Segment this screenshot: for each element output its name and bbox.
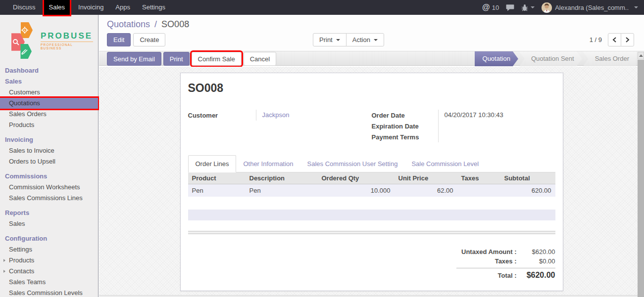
nav-item-apps[interactable]: Apps	[109, 0, 136, 15]
sidebar-item-sales-to-invoice[interactable]: Sales to Invoice	[0, 145, 98, 156]
order-fields: Customer Jackpson Order Date 04/20/2017 …	[188, 110, 555, 142]
tab-order-lines[interactable]: Order Lines	[188, 155, 237, 172]
expiration-date-label: Expiration Date	[372, 123, 438, 130]
totals-block: Untaxed Amount : $620.00 Taxes : $0.00 T…	[456, 247, 555, 281]
sidebar-section-sales[interactable]: Sales	[0, 76, 98, 87]
nav-item-discuss[interactable]: Discuss	[7, 0, 42, 15]
untaxed-amount-value: $620.00	[517, 248, 555, 255]
cell-ordered-qty: 10.000	[318, 184, 395, 197]
sidebar-section-invoicing[interactable]: Invoicing	[0, 134, 98, 145]
separator-bar	[188, 231, 555, 234]
breadcrumb: Quotations / SO008	[107, 19, 189, 30]
order-sheet: SO008 Customer Jackpson Order Date 04/20…	[180, 73, 563, 291]
table-row[interactable]: Pen Pen 10.000 62.00 620.00	[188, 184, 555, 197]
debug-bug-icon[interactable]	[521, 4, 535, 11]
sidebar-item-config-contacts[interactable]: Contacts	[0, 266, 98, 277]
col-unit-price: Unit Price	[395, 172, 457, 184]
sidebar-item-orders-to-upsell[interactable]: Orders to Upsell	[0, 156, 98, 167]
form-toolbar: Send by Email Print Confirm Sale Cancel …	[99, 51, 644, 66]
order-date-label: Order Date	[372, 112, 438, 119]
main-content: Quotations / SO008 Edit Create Print Act…	[99, 15, 644, 297]
print-button[interactable]: Print	[163, 52, 190, 66]
confirm-sale-button[interactable]: Confirm Sale	[192, 52, 242, 66]
tab-sale-commission-level[interactable]: Sale Commission Level	[404, 156, 486, 172]
pager-counter: 1 / 9	[590, 36, 602, 43]
tab-sales-commission-user-setting[interactable]: Sales Commission User Setting	[300, 156, 405, 172]
tab-other-information[interactable]: Other Information	[236, 156, 300, 172]
sidebar-item-quotations[interactable]: Quotations	[0, 98, 98, 109]
col-subtotal: Subtotal	[500, 172, 555, 184]
taxes-label: Taxes :	[495, 257, 517, 265]
sidebar-item-sales-commission-levels[interactable]: Sales Commission Levels	[0, 288, 98, 297]
sidebar: PROBUSE PROFESSIONAL BUSINESS Dashboard …	[0, 15, 99, 297]
untaxed-amount-label: Untaxed Amount :	[461, 248, 516, 255]
col-ordered-qty: Ordered Qty	[318, 172, 395, 184]
sidebar-menu: Dashboard Sales Customers Quotations Sal…	[0, 64, 98, 297]
action-dropdown-button[interactable]: Action	[346, 33, 384, 46]
cell-product: Pen	[188, 184, 246, 197]
sidebar-section-reports[interactable]: Reports	[0, 208, 98, 218]
sidebar-item-reports-sales[interactable]: Sales	[0, 218, 98, 229]
sidebar-item-commission-worksheets[interactable]: Commission Worksheets	[0, 182, 98, 193]
sidebar-item-customers[interactable]: Customers	[0, 87, 98, 98]
logo-title: PROBUSE	[41, 31, 93, 41]
status-sales-order[interactable]: Sales Order	[583, 51, 636, 66]
statusbar: Quotation Quotation Sent Sales Order	[474, 51, 636, 66]
form-view-area: SO008 Customer Jackpson Order Date 04/20…	[99, 67, 644, 297]
expiration-date-value	[438, 121, 555, 131]
chat-bubble-icon[interactable]	[506, 4, 514, 11]
cell-taxes	[457, 184, 500, 197]
action-dropdown-label: Action	[352, 36, 370, 43]
top-nav-menu: Discuss Sales Invoicing Apps Settings	[0, 0, 171, 15]
create-button[interactable]: Create	[133, 33, 165, 46]
nav-item-settings[interactable]: Settings	[136, 0, 171, 15]
user-name: Alexandra (Sales_comm..	[555, 4, 629, 11]
sidebar-item-config-products[interactable]: Products	[0, 255, 98, 266]
cancel-button[interactable]: Cancel	[244, 52, 276, 66]
scroll-up-button[interactable]	[638, 52, 644, 59]
control-panel: Quotations / SO008 Edit Create Print Act…	[99, 15, 644, 51]
edit-button[interactable]: Edit	[107, 33, 131, 46]
sidebar-item-config-settings[interactable]: Settings	[0, 244, 98, 255]
sidebar-section-dashboard[interactable]: Dashboard	[0, 65, 98, 76]
nav-item-invoicing[interactable]: Invoicing	[72, 0, 109, 15]
status-quotation-sent[interactable]: Quotation Sent	[519, 51, 582, 66]
vertical-scrollbar[interactable]	[638, 52, 644, 297]
pager-next-button[interactable]	[621, 33, 634, 46]
status-quotation[interactable]: Quotation	[475, 51, 518, 66]
sidebar-item-sales-orders[interactable]: Sales Orders	[0, 109, 98, 120]
breadcrumb-current: SO008	[161, 19, 189, 29]
send-by-email-button[interactable]: Send by Email	[107, 52, 161, 66]
customer-value-link[interactable]: Jackpson	[256, 110, 372, 121]
top-navbar: Discuss Sales Invoicing Apps Settings @ …	[0, 0, 644, 15]
sidebar-item-sales-commissions-lines[interactable]: Sales Commissions Lines	[0, 193, 98, 204]
print-dropdown-label: Print	[319, 36, 333, 43]
inbox-counter[interactable]: @ 10	[482, 3, 499, 12]
order-date-value: 04/20/2017 10:30:43	[438, 110, 555, 121]
pager-previous-button[interactable]	[608, 33, 621, 46]
order-title: SO008	[188, 82, 555, 95]
breadcrumb-quotations-link[interactable]: Quotations	[107, 19, 150, 29]
chevron-down-icon	[374, 39, 378, 41]
sidebar-section-commissions[interactable]: Commissions	[0, 171, 98, 182]
sidebar-section-configuration[interactable]: Configuration	[0, 233, 98, 244]
user-menu[interactable]: Alexandra (Sales_comm..	[542, 2, 638, 13]
sidebar-item-sales-teams[interactable]: Sales Teams	[0, 277, 98, 288]
control-panel-buttons: Edit Create	[107, 33, 165, 46]
form-action-buttons: Send by Email Print Confirm Sale Cancel	[107, 51, 276, 66]
total-value: $620.00	[517, 271, 555, 280]
notebook-tabs: Order Lines Other Information Sales Comm…	[188, 155, 555, 172]
total-label: Total :	[497, 272, 516, 279]
nav-item-sales[interactable]: Sales	[44, 0, 70, 15]
print-dropdown-button[interactable]: Print	[313, 33, 347, 46]
probuse-logo-hexagons	[7, 22, 38, 59]
payment-terms-value	[438, 131, 555, 142]
breadcrumb-separator: /	[154, 19, 157, 29]
bottom-scroll-strip	[99, 295, 644, 297]
chevron-down-icon	[531, 6, 535, 8]
probuse-logo[interactable]: PROBUSE PROFESSIONAL BUSINESS	[7, 22, 93, 59]
field-group-left: Customer Jackpson	[188, 110, 372, 142]
scrollbar-thumb[interactable]	[638, 60, 644, 297]
field-group-right: Order Date 04/20/2017 10:30:43 Expiratio…	[372, 110, 555, 142]
sidebar-item-products[interactable]: Products	[0, 120, 98, 130]
